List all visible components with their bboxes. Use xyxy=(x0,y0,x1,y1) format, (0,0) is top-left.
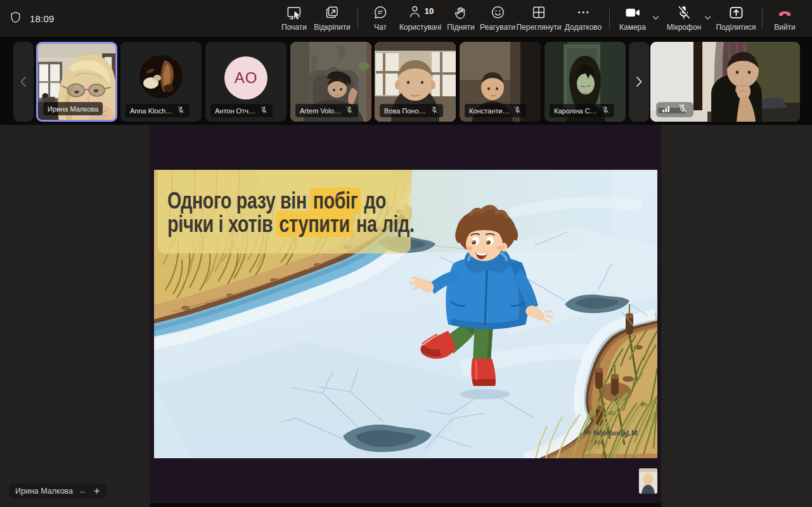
participant-name: Ирина Малкова xyxy=(48,105,98,113)
toolbar-divider xyxy=(609,8,610,29)
participants-button[interactable]: 10 Користувачі xyxy=(399,4,441,32)
participant-count-badge: 10 xyxy=(425,6,434,16)
grid-view-icon xyxy=(531,4,547,21)
filmstrip-next-button[interactable] xyxy=(629,42,649,122)
mic-muted-icon xyxy=(676,4,692,21)
participant-nameplate: Anna Kloch… xyxy=(126,104,190,117)
avatar-anton-initials: AO xyxy=(224,56,267,99)
initials-text: AO xyxy=(224,56,267,99)
participant-filmstrip: Ирина Малкова xyxy=(0,37,812,125)
stage-right-gutter xyxy=(661,125,812,507)
zoom-in-control[interactable]: + xyxy=(94,485,100,497)
slide-caption-line1: Одного разу він побіг до xyxy=(167,189,412,212)
zoom-out-control[interactable]: – xyxy=(80,486,85,496)
start-presenting-button[interactable]: Почати xyxy=(281,4,307,32)
screen-share-icon xyxy=(286,4,302,21)
teams-meeting-window: 18:09 Почати Відкріпити xyxy=(0,0,812,507)
presenter-self-thumbnail xyxy=(639,468,657,494)
participant-name: Антон Отч… xyxy=(215,107,255,115)
participant-tile-karolina[interactable]: Кароліна С… xyxy=(545,42,626,122)
participant-name: Anna Kloch… xyxy=(130,107,172,115)
meeting-time: 18:09 xyxy=(30,13,55,24)
shield-icon xyxy=(9,11,22,27)
participant-nameplate: Ирина Малкова xyxy=(43,102,103,115)
toolbar-divider xyxy=(358,8,358,29)
shared-slide: Одного разу він побіг до річки і хотів с… xyxy=(154,170,657,458)
raised-hand-icon xyxy=(453,4,469,21)
participant-tile-artem[interactable]: Artem Volo… xyxy=(290,42,371,122)
participant-tile-konstantin[interactable]: Константи… xyxy=(460,42,541,122)
share-button[interactable]: Поділитися xyxy=(716,4,756,32)
notebooklm-logo-icon xyxy=(583,428,591,437)
slide-caption-band: Одного разу він побіг до річки і хотів с… xyxy=(158,170,411,254)
toolbar-divider xyxy=(762,8,763,29)
mic-muted-icon xyxy=(678,103,688,116)
participant-nameplate: Константи… xyxy=(465,104,526,117)
participant-name: Константи… xyxy=(469,107,509,115)
participant-tile-irina[interactable]: Ирина Малкова xyxy=(36,42,117,122)
chat-icon xyxy=(373,4,389,21)
participant-name: Кароліна С… xyxy=(554,107,597,115)
presenter-name: Ирина Малкова xyxy=(15,487,73,496)
unpin-button[interactable]: Відкріпити xyxy=(314,4,351,32)
ellipsis-icon xyxy=(576,4,591,21)
stage-left-gutter xyxy=(0,125,150,507)
leave-button[interactable]: Вийти xyxy=(774,4,796,32)
share-icon xyxy=(728,4,744,21)
participant-tile-wide[interactable] xyxy=(650,42,800,122)
meeting-toolbar: 18:09 Почати Відкріпити xyxy=(0,0,812,37)
presenter-thumbnail-photo xyxy=(639,468,657,494)
slide-caption-text: Одного разу він побіг до річки і хотів с… xyxy=(167,189,415,236)
slide-caption-line2: річки і хотів ступити на лід. xyxy=(167,212,415,236)
mic-options-chevron[interactable] xyxy=(704,13,712,25)
participant-nameplate: Artem Volo… xyxy=(295,104,358,117)
smiley-icon xyxy=(490,4,506,21)
participant-nameplate: Кароліна С… xyxy=(550,104,614,117)
mic-muted-icon xyxy=(602,105,610,117)
mic-muted-icon xyxy=(513,105,522,117)
participant-tile-anton[interactable]: AO Антон Отч… xyxy=(205,42,287,122)
participant-name: Вова Поно… xyxy=(384,107,426,115)
presenter-nameplate: Ирина Малкова – + xyxy=(9,484,106,499)
participant-name: Artem Volo… xyxy=(300,107,341,115)
hang-up-icon xyxy=(777,4,793,21)
raise-hand-button[interactable]: Підняти xyxy=(447,4,475,32)
participant-tile-vova[interactable]: Вова Поно… xyxy=(375,42,456,122)
microphone-button[interactable]: Мікрофон xyxy=(667,4,701,32)
participants-icon-group: 10 xyxy=(407,4,434,21)
mic-muted-icon xyxy=(345,105,354,117)
participant-nameplate: Антон Отч… xyxy=(210,104,273,117)
camera-button[interactable]: Камера xyxy=(619,4,646,32)
shared-screen[interactable]: Одного разу він побіг до річки і хотів с… xyxy=(150,125,661,503)
people-icon xyxy=(407,4,423,22)
meeting-stage: Одного разу він побіг до річки і хотів с… xyxy=(0,125,812,507)
react-button[interactable]: Реагувати xyxy=(480,4,515,32)
mic-muted-icon xyxy=(430,105,439,117)
avatar-anna xyxy=(139,55,183,101)
signal-bars-icon xyxy=(662,104,671,116)
filmstrip-prev-button[interactable] xyxy=(13,42,34,122)
participant-nameplate: Вова Поно… xyxy=(380,104,443,117)
more-button[interactable]: Додатково xyxy=(565,4,602,32)
watermark-text: NotebookLM xyxy=(593,429,638,437)
mic-muted-icon xyxy=(177,105,185,117)
mic-muted-icon xyxy=(260,105,268,117)
chat-button[interactable]: Чат xyxy=(373,4,389,32)
notebooklm-watermark: NotebookLM xyxy=(583,428,638,437)
camera-icon xyxy=(624,4,641,21)
popout-icon xyxy=(324,4,340,21)
camera-options-chevron[interactable] xyxy=(652,13,660,25)
connection-mic-overlay xyxy=(656,102,693,117)
view-button[interactable]: Переглянути xyxy=(516,4,561,32)
participant-tile-anna[interactable]: Anna Kloch… xyxy=(120,42,202,122)
